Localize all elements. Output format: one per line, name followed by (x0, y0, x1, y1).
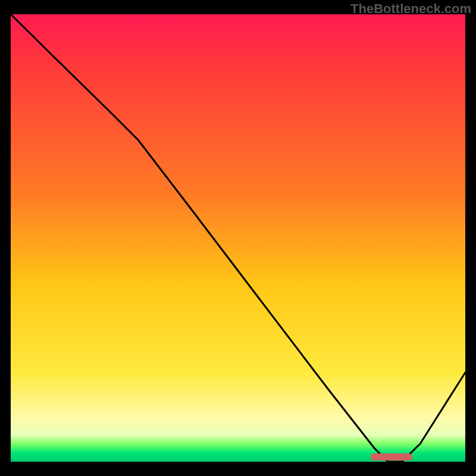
chart-plot-area (11, 14, 465, 462)
watermark-text: TheBottleneck.com (350, 1, 471, 17)
bottleneck-curve (11, 14, 465, 462)
optimal-marker (371, 453, 412, 461)
